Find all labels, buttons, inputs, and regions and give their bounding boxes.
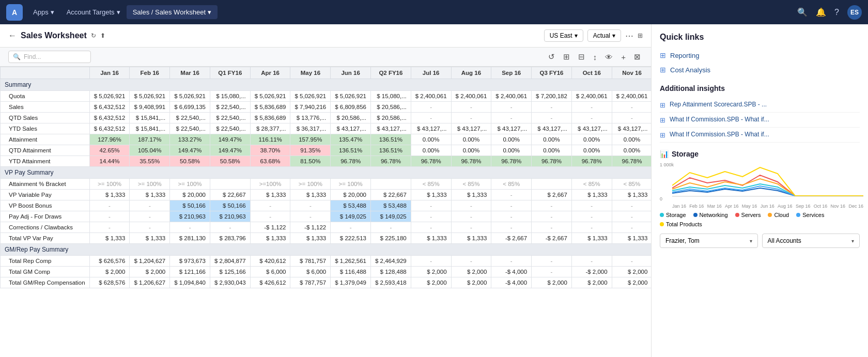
- refresh-icon[interactable]: ↻: [91, 32, 96, 39]
- table-cell: -: [571, 102, 612, 113]
- legend-cloud: Cloud: [768, 212, 789, 218]
- filter-icon[interactable]: ⊟: [576, 51, 587, 63]
- table-cell: -: [612, 256, 651, 267]
- storage-chart-icon: 📊: [660, 150, 669, 158]
- more-icon[interactable]: ⋯: [625, 31, 633, 41]
- table-cell: $ 53,488: [331, 200, 371, 211]
- nav-sales-worksheet[interactable]: Sales / Sales Worksheet ▾: [127, 5, 218, 19]
- person-filter-label: Frazier, Tom: [665, 237, 700, 244]
- table-row: Total GM/Rep Compensation$ 628,576$ 1,20…: [1, 277, 652, 288]
- section-header-cell: Summary: [1, 79, 652, 91]
- insight-icon-0: ⊞: [660, 101, 665, 109]
- table-cell: $ 1,333: [411, 233, 451, 244]
- search-box[interactable]: 🔍 Find...: [8, 51, 91, 63]
- quick-link-cost-analysis[interactable]: ⊞ Cost Analysis: [660, 63, 860, 77]
- person-filter-button[interactable]: Frazier, Tom ▾: [660, 234, 758, 248]
- table-cell: $ 2,464,929: [371, 256, 411, 267]
- legend-dot-total-products: [660, 222, 664, 226]
- table-cell: $ 5,026,921: [130, 91, 170, 102]
- table-cell: $ 1,204,627: [130, 256, 170, 267]
- table-cell: -$ 1,122: [290, 222, 331, 233]
- nav-account-targets[interactable]: Account Targets ▾: [60, 5, 127, 19]
- nav-apps[interactable]: Apps ▾: [27, 5, 60, 19]
- col-header-feb16: Feb 16: [130, 67, 170, 79]
- table-cell: < 85%: [451, 179, 491, 190]
- table-cell: $ 53,488: [371, 200, 411, 211]
- table-cell: -: [331, 222, 371, 233]
- table-cell: $ 20,000: [170, 190, 210, 200]
- insight-item-0[interactable]: ⊞ Rep Attainment Scorecard.SPB - ...: [660, 98, 860, 113]
- table-cell: 63.68%: [250, 156, 290, 167]
- expand-icon[interactable]: ⊞: [561, 51, 572, 63]
- table-cell: $ 22,540,...: [210, 102, 250, 113]
- user-avatar[interactable]: ES: [847, 5, 862, 20]
- nav-apps-chevron: ▾: [51, 8, 54, 16]
- table-cell: -: [89, 211, 130, 222]
- add-icon[interactable]: +: [619, 52, 628, 63]
- table-cell: $ 1,333: [89, 190, 130, 200]
- table-cell: -: [532, 200, 572, 211]
- table-cell: 0.00%: [612, 145, 651, 156]
- table-cell: $ 2,667: [532, 190, 572, 200]
- table-cell: 0.00%: [491, 134, 532, 145]
- mode-selector[interactable]: Actual ▾: [587, 29, 621, 42]
- table-cell: 135.47%: [331, 134, 371, 145]
- table-cell: $ 7,200,182: [532, 91, 572, 102]
- table-cell: $ 13,776,...: [290, 113, 331, 123]
- table-cell: 0.00%: [411, 145, 451, 156]
- export-icon[interactable]: ⊠: [632, 51, 643, 63]
- region-label: US East: [550, 32, 572, 39]
- table-cell: $ 225,180: [371, 233, 411, 244]
- col-header-apr16: Apr 16: [250, 67, 290, 79]
- table-row: YTD Sales$ 6,432,512$ 15,841,...$ 22,540…: [1, 123, 652, 134]
- table-row: QTD Sales$ 6,432,512$ 15,841,...$ 22,540…: [1, 113, 652, 123]
- table-cell: $ 781,757: [290, 256, 331, 267]
- table-cell: -: [571, 256, 612, 267]
- table-cell: $ 5,026,921: [250, 91, 290, 102]
- share-icon[interactable]: ⬆: [100, 32, 105, 39]
- grid-toggle-icon[interactable]: ⊞: [638, 32, 643, 39]
- help-icon[interactable]: ?: [834, 8, 839, 17]
- table-cell: $ 2,000: [532, 277, 572, 288]
- search-icon[interactable]: 🔍: [797, 7, 808, 17]
- accounts-filter-button[interactable]: All Accounts ▾: [762, 234, 860, 248]
- table-cell: $ 6,432,512: [89, 113, 130, 123]
- row-label: QTD Sales: [1, 113, 90, 123]
- table-cell: 14.44%: [89, 156, 130, 167]
- table-cell: $ 2,400,061: [491, 91, 532, 102]
- chart-y-min: 0: [660, 196, 662, 201]
- insight-item-2[interactable]: ⊞ What If Commission.SPB - What if...: [660, 128, 860, 143]
- back-button[interactable]: ←: [8, 31, 17, 40]
- ws-header-right: US East ▾ Actual ▾ ⋯ ⊞: [544, 29, 643, 42]
- toolbar: 🔍 Find... ↺ ⊞ ⊟ ↕ 👁 + ⊠: [0, 48, 651, 67]
- table-cell: $ 22,540,...: [170, 113, 210, 123]
- insight-label-0: Rep Attainment Scorecard.SPB - ...: [670, 101, 767, 108]
- table-cell: >= 100%: [89, 179, 130, 190]
- table-cell: 136.51%: [331, 145, 371, 156]
- cost-analysis-icon: ⊞: [660, 66, 666, 74]
- quick-link-reporting[interactable]: ⊞ Reporting: [660, 48, 860, 63]
- visibility-icon[interactable]: 👁: [603, 52, 615, 63]
- col-header-label: [1, 67, 90, 79]
- notifications-icon[interactable]: 🔔: [816, 7, 826, 17]
- region-selector[interactable]: US East ▾: [544, 29, 583, 42]
- table-cell: $ 6,000: [250, 267, 290, 277]
- table-cell: -: [532, 222, 572, 233]
- table-cell: $ 1,333: [250, 190, 290, 200]
- table-cell: $ 1,262,561: [331, 256, 371, 267]
- row-label: Attainment: [1, 134, 90, 145]
- table-cell: -: [130, 200, 170, 211]
- table-cell: < 85%: [411, 179, 451, 190]
- table-cell: 136.51%: [371, 145, 411, 156]
- legend-storage: Storage: [660, 212, 686, 218]
- table-cell: 149.47%: [210, 145, 250, 156]
- table-cell: 38.70%: [250, 145, 290, 156]
- table-row: YTD Attainment14.44%35.55%50.58%50.58%63…: [1, 156, 652, 167]
- insight-item-1[interactable]: ⊞ What If Commission.SPB - What if...: [660, 113, 860, 128]
- refresh-tool-icon[interactable]: ↺: [546, 51, 557, 63]
- table-cell: $ 43,127,...: [331, 123, 371, 134]
- sort-icon[interactable]: ↕: [591, 52, 599, 63]
- table-cell: 0.00%: [571, 134, 612, 145]
- table-cell: $ 5,026,921: [331, 91, 371, 102]
- accounts-filter-chevron: ▾: [851, 238, 854, 244]
